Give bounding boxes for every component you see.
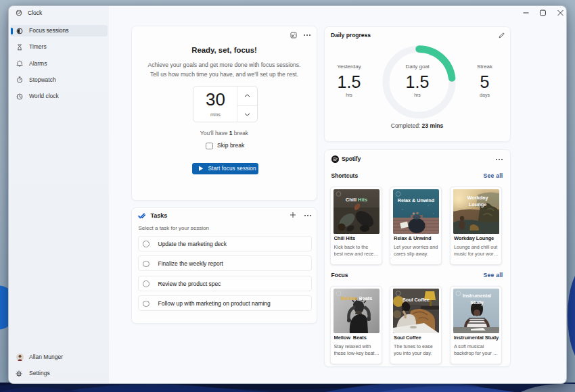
svg-text:Workday: Workday bbox=[467, 195, 489, 201]
svg-text:Chill Hits: Chill Hits bbox=[345, 197, 367, 203]
svg-text:Instrumental: Instrumental bbox=[463, 293, 491, 298]
svg-text:Lounge: Lounge bbox=[469, 201, 487, 207]
svg-text:Soul Coffee: Soul Coffee bbox=[402, 297, 430, 303]
svg-text:Mellow Beats: Mellow Beats bbox=[340, 295, 372, 301]
svg-text:Relax & Unwind: Relax & Unwind bbox=[398, 197, 434, 203]
svg-text:Study: Study bbox=[470, 300, 484, 305]
